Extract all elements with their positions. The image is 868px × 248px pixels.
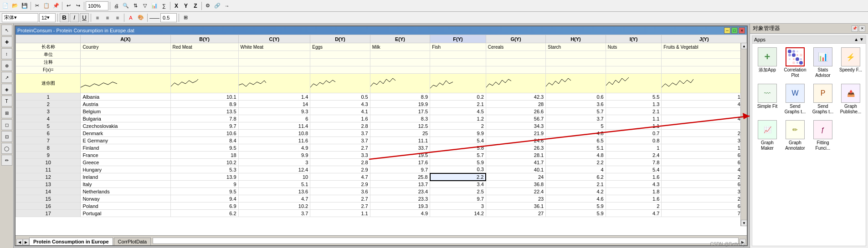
sort-icon[interactable]: ⇅: [131, 1, 140, 10]
horizontal-scroll-area[interactable]: [153, 238, 739, 244]
font-size-dropdown[interactable]: 12▾: [39, 13, 56, 22]
col-header-A[interactable]: A(X): [81, 35, 170, 43]
filter-icon[interactable]: ▽: [140, 1, 149, 10]
sidebar-btn-10[interactable]: ⊡: [1, 131, 12, 142]
app-item-gpub[interactable]: 📤 GraphPublishe...: [837, 82, 864, 116]
table-row[interactable]: 5 Czechoslovakia 9.7 11.4 2.8 12.5 2 34.…: [16, 122, 747, 130]
app-item-speedy[interactable]: ⚡ Speedy F...: [837, 46, 864, 80]
col-header-I[interactable]: I(Y): [606, 35, 662, 43]
underline-button[interactable]: U: [80, 13, 89, 22]
table-row[interactable]: 14 Netherlands 9.5 13.6 3.6 23.4 2.5 22.…: [16, 188, 747, 195]
tab-corrplot[interactable]: CorrPlotData: [114, 238, 151, 245]
app-item-add[interactable]: + 添加App: [754, 46, 781, 80]
table-row[interactable]: 11 Hungary 5.3 12.4 2.9 9.7 0.3 40.1 4 5…: [16, 166, 747, 173]
arrow-icon[interactable]: →: [222, 1, 231, 10]
table-row[interactable]: 1 Albania 10.1 1.4 0.5 8.9 0.2 42.3 0.6 …: [16, 93, 747, 101]
x-label[interactable]: X: [172, 1, 181, 10]
table-row[interactable]: 7 E Germany 8.4 11.6 3.7 11.1 5.4 24.6 6…: [16, 137, 747, 144]
settings-icon[interactable]: ⚙: [203, 1, 212, 10]
col-header-H[interactable]: H(Y): [546, 35, 606, 43]
apps-options-icon[interactable]: ▼: [859, 37, 864, 42]
sidebar-btn-2[interactable]: ✚: [1, 36, 12, 47]
close-button[interactable]: ✕: [739, 27, 745, 34]
scroll-right-button[interactable]: ▶: [23, 239, 29, 245]
paste-icon[interactable]: 📌: [51, 1, 61, 10]
bg-color-icon[interactable]: 🎨: [136, 13, 145, 22]
table-row[interactable]: 15 Norway 9.4 4.7 2.7 23.3 9.7 23 4.6 1.…: [16, 195, 747, 202]
line-size-dropdown[interactable]: 0.5: [160, 13, 177, 22]
y-label[interactable]: Y: [181, 1, 190, 10]
table-row[interactable]: 6 Denmark 10.6 10.8 3.7 25 9.9 21.9 4.8 …: [16, 130, 747, 137]
sidebar-btn-8[interactable]: ⊞: [1, 107, 12, 118]
sidebar-btn-9[interactable]: ◻: [1, 119, 12, 130]
align-center-icon[interactable]: ≡: [103, 13, 112, 22]
copy-icon[interactable]: 📋: [42, 1, 51, 10]
maximize-button[interactable]: □: [731, 27, 738, 34]
col-header-E[interactable]: E(Y): [370, 35, 430, 43]
scroll-left-button[interactable]: ◀: [16, 239, 23, 245]
table-row[interactable]: 17 Portugal 6.2 3.7 1.1 4.9 14.2 27 5.9 …: [16, 210, 747, 217]
sidebar-btn-7[interactable]: T: [1, 96, 12, 106]
panel-close-button[interactable]: ✕: [859, 25, 865, 32]
scroll-down-button[interactable]: ▼: [741, 220, 747, 226]
color-icon[interactable]: A: [126, 13, 135, 22]
table-row[interactable]: 3 Belgium 13.5 9.3 4.1 17.5 4.5 26.6 5.7…: [16, 108, 747, 115]
stats-icon[interactable]: ∑: [159, 1, 169, 10]
zoom-dropdown[interactable]: 100%: [86, 1, 108, 10]
app-item-gmaker[interactable]: 📈 GraphMaker: [754, 118, 781, 153]
vertical-scrollbar[interactable]: ▲ ▼: [740, 43, 747, 226]
open-icon[interactable]: 📂: [10, 1, 20, 10]
minimize-button[interactable]: ─: [724, 27, 730, 34]
undo-icon[interactable]: ↩: [64, 1, 73, 10]
link-icon[interactable]: 🔗: [213, 1, 222, 10]
sidebar-btn-3[interactable]: ↕: [1, 48, 12, 59]
sidebar-btn-4[interactable]: ⊕: [1, 60, 12, 71]
bold-button[interactable]: B: [60, 13, 69, 22]
app-item-simple[interactable]: 〰 Simple Fit: [754, 82, 781, 116]
sidebar-btn-11[interactable]: ◯: [1, 143, 12, 154]
apps-expand-icon[interactable]: ▲: [854, 37, 858, 42]
table-row[interactable]: 10 Greece 10.2 3 2.8 17.6 5.9 41.7 2.2 7…: [16, 159, 747, 166]
table-row[interactable]: 16 Poland 6.9 10.2 2.7 19.3 3 36.1 5.9 2…: [16, 202, 747, 210]
find-icon[interactable]: 🔍: [121, 1, 130, 10]
redo-icon[interactable]: ↪: [73, 1, 82, 10]
cut-icon[interactable]: ✂: [32, 1, 41, 10]
font-name-dropdown[interactable]: 宋体▾: [2, 13, 38, 22]
table-row[interactable]: 8 Finland 9.5 4.9 2.7 33.7 5.8 26.3 5.1 …: [16, 144, 747, 152]
table-row[interactable]: 9 France 18 9.9 3.3 19.5 5.7 28.1 4.8 2.…: [16, 152, 747, 159]
app-item-correlation[interactable]: CorrelationPlot: [782, 46, 808, 80]
table-row[interactable]: 13 Italy 9 5.1 2.9 13.7 3.4 36.8 2.1 4.3…: [16, 181, 747, 188]
scroll-up-button[interactable]: ▲: [741, 43, 747, 49]
sidebar-btn-12[interactable]: ✏: [1, 155, 12, 166]
sidebar-btn-1[interactable]: ↖: [1, 25, 12, 35]
chart-icon[interactable]: 📊: [150, 1, 159, 10]
toolbar-row1[interactable]: 📄 📂 💾 ✂ 📋 📌 ↩ ↪ 100% 🖨 🔍 ⇅ ▽ 📊 ∑ X Y Z ⚙…: [0, 0, 868, 12]
align-left-icon[interactable]: ≡: [93, 13, 102, 22]
table-row[interactable]: 12 Ireland 13.9 10 4.7 25.8 2.2 24 6.2 1…: [16, 173, 747, 181]
col-header-B[interactable]: B(Y): [170, 35, 238, 43]
save-icon[interactable]: 💾: [20, 1, 29, 10]
col-header-J[interactable]: J(Y): [662, 35, 747, 43]
z-label[interactable]: Z: [191, 1, 200, 10]
selected-cell-F12[interactable]: 2.2: [430, 173, 486, 181]
col-header-D[interactable]: D(Y): [310, 35, 370, 43]
tab-protein[interactable]: Protein Consumption in Europe: [29, 238, 113, 245]
insert-icon[interactable]: ⊞: [181, 13, 190, 22]
sidebar-btn-5[interactable]: ↗: [1, 72, 12, 83]
panel-pin-button[interactable]: 📌: [852, 25, 858, 32]
print-icon[interactable]: 🖨: [112, 1, 121, 10]
italic-button[interactable]: I: [70, 13, 79, 22]
align-right-icon[interactable]: ≡: [113, 13, 122, 22]
app-item-ganno[interactable]: ✏ GraphAnnotator: [782, 118, 808, 153]
table-row[interactable]: 4 Bulgaria 7.8 6 1.6 8.3 1.2 56.7 3.7 1.…: [16, 115, 747, 122]
col-header-G[interactable]: G(Y): [486, 35, 545, 43]
app-item-send1[interactable]: W SendGraphs t...: [782, 82, 808, 116]
app-item-send2[interactable]: P SendGraphs t...: [810, 82, 836, 116]
table-row[interactable]: 2 Austria 8.9 14 4.3 19.9 2.1 28 3.6 1.3…: [16, 101, 747, 108]
col-header-C[interactable]: C(Y): [238, 35, 310, 43]
scroll-track[interactable]: [741, 49, 747, 220]
app-item-stats[interactable]: 📊 StatsAdvisor: [810, 46, 836, 80]
app-item-fit[interactable]: ƒ FittingFunci...: [810, 118, 836, 153]
col-header-F[interactable]: F(Y): [430, 35, 486, 43]
sidebar-btn-6[interactable]: ◈: [1, 84, 12, 95]
